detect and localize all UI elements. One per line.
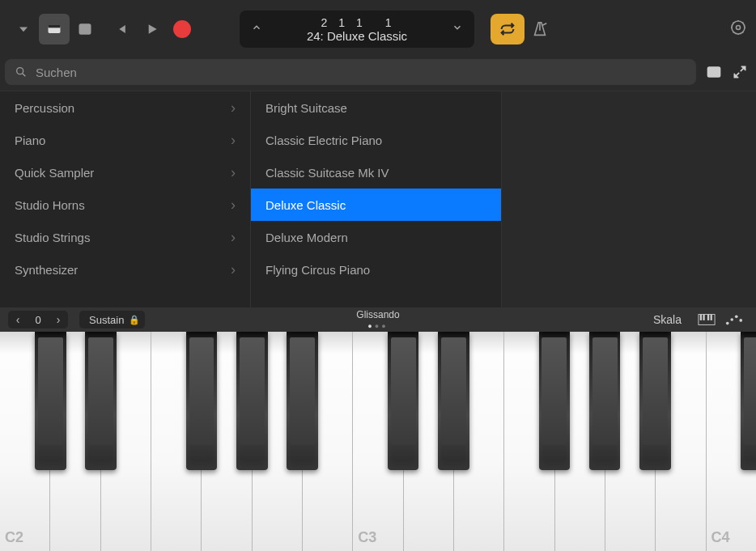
black-key[interactable] [287, 332, 318, 470]
black-key[interactable] [85, 332, 117, 470]
svg-point-15 [735, 316, 738, 319]
svg-point-14 [730, 318, 733, 321]
patch-label: Bright Suitcase [265, 101, 347, 115]
patch-label: Classic Electric Piano [265, 134, 382, 147]
record-icon [173, 20, 191, 38]
category-label: Studio Horns [15, 198, 85, 212]
browser-button[interactable] [39, 14, 70, 45]
patch-item[interactable]: Flying Circus Piano [251, 253, 501, 286]
octave-value: 0 [28, 314, 49, 326]
browser-view-toggle[interactable] [706, 64, 722, 80]
patch-column[interactable]: Bright SuitcaseClassic Electric PianoCla… [251, 91, 502, 307]
patch-item[interactable]: Deluxe Classic [251, 189, 501, 221]
settings-button[interactable] [728, 18, 748, 40]
go-to-start-button[interactable] [105, 14, 136, 45]
lcd-content[interactable]: 2111 24: Deluxe Classic [265, 16, 448, 43]
category-item[interactable]: Percussion› [0, 91, 250, 124]
metronome-button[interactable] [525, 14, 555, 45]
svg-rect-11 [707, 315, 709, 320]
lcd-next-button[interactable] [448, 19, 466, 40]
patch-item[interactable]: Classic Suitcase Mk IV [251, 156, 501, 189]
search-row [0, 58, 756, 91]
black-key[interactable] [186, 332, 218, 470]
black-key[interactable] [35, 332, 66, 470]
svg-point-5 [17, 68, 23, 74]
category-label: Quick Sampler [15, 166, 94, 180]
black-key[interactable] [388, 332, 419, 470]
svg-point-3 [732, 21, 745, 34]
svg-point-16 [739, 319, 742, 322]
octave-down-button[interactable]: ‹ [8, 311, 28, 328]
keyboard-layout-button[interactable] [698, 313, 716, 326]
search-input[interactable] [36, 66, 686, 79]
category-item[interactable]: Piano› [0, 124, 250, 156]
patch-label: Deluxe Modern [265, 231, 348, 244]
keyboard-toolbar: ‹ 0 › Sustain 🔒 Glissando ●●● Skala [0, 307, 756, 332]
chevron-right-icon: › [231, 229, 236, 246]
top-toolbar: 2111 24: Deluxe Classic [0, 0, 756, 58]
category-label: Studio Strings [15, 231, 90, 244]
piano-keyboard[interactable]: C2C3C4 [0, 332, 756, 551]
chevron-right-icon: › [231, 100, 236, 117]
category-item[interactable]: Synthesizer› [0, 253, 250, 286]
patch-label: Deluxe Classic [265, 198, 346, 212]
lcd-position: 2111 [265, 16, 448, 29]
octave-control: ‹ 0 › [8, 311, 68, 328]
chevron-right-icon: › [231, 164, 236, 181]
search-icon [15, 66, 28, 78]
category-label: Synthesizer [15, 263, 78, 277]
key-label: C3 [358, 529, 376, 546]
category-item[interactable]: Quick Sampler› [0, 156, 250, 189]
play-button[interactable] [136, 14, 167, 45]
patch-label: Flying Circus Piano [265, 263, 370, 277]
svg-point-4 [737, 26, 741, 30]
svg-rect-1 [49, 25, 61, 28]
svg-rect-2 [79, 24, 90, 34]
black-key[interactable] [539, 332, 571, 470]
view-button[interactable] [70, 14, 100, 45]
lcd-prev-button[interactable] [248, 19, 265, 40]
category-label: Piano [15, 134, 45, 147]
svg-point-13 [726, 322, 729, 325]
lcd-patch-name: 24: Deluxe Classic [265, 29, 448, 43]
patch-item[interactable]: Bright Suitcase [251, 91, 501, 124]
scale-button[interactable]: Skala [653, 313, 682, 326]
svg-rect-12 [711, 315, 712, 320]
page-dots: ●●● [356, 322, 399, 330]
sustain-button[interactable]: Sustain 🔒 [79, 311, 145, 328]
chevron-right-icon: › [231, 261, 236, 278]
chevron-right-icon: › [231, 132, 236, 149]
search-field[interactable] [5, 59, 696, 85]
svg-rect-9 [700, 315, 702, 320]
black-key[interactable] [741, 332, 756, 470]
patch-label: Classic Suitcase Mk IV [265, 166, 389, 180]
cycle-button[interactable] [491, 14, 525, 45]
chevron-right-icon: › [231, 197, 236, 214]
category-label: Percussion [15, 101, 74, 115]
black-key[interactable] [639, 332, 671, 470]
lcd-display: 2111 24: Deluxe Classic [240, 11, 474, 48]
black-key[interactable] [589, 332, 621, 470]
lock-icon: 🔒 [129, 315, 140, 325]
patch-item[interactable]: Deluxe Modern [251, 221, 501, 253]
category-item[interactable]: Studio Horns› [0, 189, 250, 221]
dropdown-menu-button[interactable] [8, 14, 39, 45]
sound-browser: Percussion›Piano›Quick Sampler›Studio Ho… [0, 91, 756, 307]
record-button[interactable] [167, 14, 197, 45]
fullscreen-button[interactable] [732, 64, 748, 80]
black-key[interactable] [236, 332, 268, 470]
octave-up-button[interactable]: › [49, 311, 68, 328]
arpeggiator-button[interactable] [725, 313, 743, 326]
keyboard-mode-label: Glissando [356, 309, 399, 320]
patch-item[interactable]: Classic Electric Piano [251, 124, 501, 156]
category-item[interactable]: Studio Strings› [0, 221, 250, 253]
category-column[interactable]: Percussion›Piano›Quick Sampler›Studio Ho… [0, 91, 251, 307]
keyboard-mode-selector[interactable]: Glissando ●●● [356, 309, 399, 330]
key-label: C2 [5, 529, 23, 546]
svg-rect-10 [703, 315, 704, 320]
black-key[interactable] [438, 332, 469, 470]
sustain-label: Sustain [89, 314, 124, 326]
browser-detail-column [502, 91, 756, 307]
key-label: C4 [711, 529, 730, 546]
